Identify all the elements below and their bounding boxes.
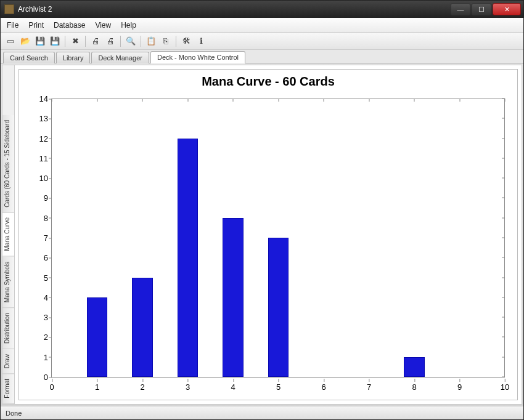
x-tick: 2: [140, 382, 144, 392]
print-preview-icon[interactable]: 🖨: [104, 35, 117, 47]
copy-icon[interactable]: 📋: [145, 35, 157, 47]
tabbar: Card SearchLibraryDeck ManagerDeck - Mon…: [1, 50, 523, 63]
menu-view[interactable]: View: [95, 21, 111, 30]
y-tick: 10: [30, 174, 48, 183]
print-icon[interactable]: 🖨: [89, 35, 102, 47]
chart-title: Mana Curve - 60 Cards: [27, 75, 510, 89]
info-icon[interactable]: ℹ: [195, 35, 207, 47]
menubar: File Print Database View Help: [1, 18, 523, 33]
y-tick: 8: [30, 213, 48, 222]
maximize-button[interactable]: ☐: [472, 3, 491, 15]
y-tick: 1: [30, 352, 48, 361]
bar-5: [268, 238, 289, 377]
settings-icon[interactable]: 🛠: [180, 35, 192, 47]
x-tick: 5: [276, 382, 280, 392]
save-all-icon[interactable]: 💾: [49, 35, 61, 47]
side-tab-distribution[interactable]: Distribution: [2, 308, 14, 349]
y-tick: 4: [30, 293, 48, 302]
tab-card-search[interactable]: Card Search: [3, 52, 55, 63]
y-tick: 9: [30, 193, 48, 203]
delete-icon[interactable]: ✖: [69, 35, 81, 47]
y-tick: 7: [30, 233, 48, 243]
x-tick: 4: [231, 382, 235, 392]
side-tab-format[interactable]: Format: [2, 374, 14, 404]
x-tick: 8: [412, 382, 416, 392]
side-tab-mana-curve[interactable]: Mana Curve: [2, 212, 14, 256]
chart-plot: 01234567891011121314012345678910: [51, 99, 505, 378]
x-tick: 10: [501, 382, 509, 392]
bar-8: [404, 357, 424, 377]
toolbar-separator: [141, 36, 141, 47]
y-tick: 0: [30, 373, 48, 382]
bar-2: [132, 278, 152, 377]
x-tick: 7: [367, 382, 371, 392]
paste-icon[interactable]: ⎘: [160, 35, 172, 47]
x-tick: 1: [95, 382, 99, 392]
tab-library[interactable]: Library: [56, 52, 91, 63]
window-controls: — ☐ ✕: [449, 3, 521, 15]
toolbar-separator: [120, 36, 121, 47]
content-area: FormatDrawDistributionMana SymbolsMana C…: [2, 65, 522, 405]
chart-panel: Mana Curve - 60 Cards 012345678910111213…: [18, 69, 518, 400]
toolbar-separator: [65, 36, 65, 47]
side-tab-mana-symbols[interactable]: Mana Symbols: [2, 257, 14, 308]
side-tabbar: FormatDrawDistributionMana SymbolsMana C…: [2, 65, 15, 404]
toolbar-separator: [176, 36, 176, 47]
minimize-button[interactable]: —: [451, 3, 470, 15]
side-tab-cards-60-cards-15-sideboard[interactable]: Cards (60 Cards - 15 Sideboard: [2, 115, 14, 213]
x-tick: 3: [186, 382, 190, 392]
x-tick: 9: [457, 382, 462, 392]
chart-area: Mana Curve - 60 Cards 012345678910111213…: [15, 65, 522, 404]
y-tick: 5: [30, 273, 48, 282]
tab-deck-manager[interactable]: Deck Manager: [91, 52, 149, 63]
menu-help[interactable]: Help: [121, 21, 136, 30]
status-text: Done: [6, 410, 22, 417]
new-icon[interactable]: ▭: [4, 35, 17, 47]
side-tab-draw[interactable]: Draw: [2, 349, 14, 374]
close-button[interactable]: ✕: [493, 3, 521, 15]
bar-3: [178, 139, 198, 377]
bar-4: [223, 218, 243, 377]
open-icon[interactable]: 📂: [19, 35, 31, 47]
menu-file[interactable]: File: [7, 21, 18, 30]
y-tick: 6: [30, 253, 48, 262]
titlebar: Archivist 2 — ☐ ✕: [1, 1, 523, 18]
bar-1: [87, 297, 107, 377]
toolbar: ▭📂💾💾✖🖨🖨🔍📋⎘🛠ℹ: [1, 33, 523, 50]
y-tick: 3: [30, 313, 48, 322]
toolbar-separator: [85, 36, 86, 47]
app-icon: [4, 4, 14, 14]
y-tick: 13: [30, 114, 48, 123]
tab-deck-mono-white-control[interactable]: Deck - Mono White Control: [150, 51, 245, 63]
x-tick: 0: [49, 382, 54, 392]
y-tick: 14: [30, 94, 48, 103]
menu-database[interactable]: Database: [54, 21, 85, 30]
search-icon[interactable]: 🔍: [125, 35, 137, 47]
y-tick: 2: [30, 333, 48, 342]
window-title: Archivist 2: [18, 5, 449, 14]
menu-print[interactable]: Print: [28, 21, 44, 30]
x-tick: 6: [321, 382, 325, 392]
statusbar: Done: [1, 406, 523, 419]
app-window: Archivist 2 — ☐ ✕ File Print Database Vi…: [0, 0, 524, 420]
save-icon[interactable]: 💾: [34, 35, 46, 47]
y-tick: 11: [30, 153, 48, 163]
y-tick: 12: [30, 134, 48, 143]
